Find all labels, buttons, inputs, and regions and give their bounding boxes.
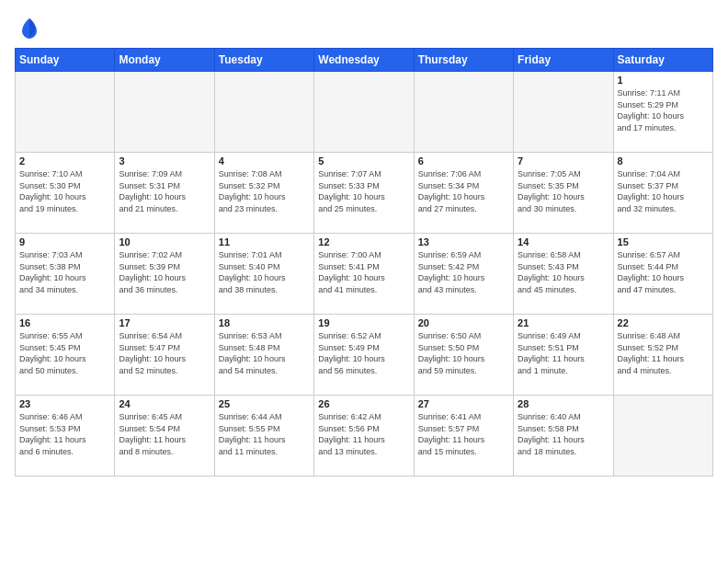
day-info: Sunrise: 7:04 AM Sunset: 5:37 PM Dayligh…: [618, 168, 709, 214]
day-number: 19: [318, 317, 409, 328]
day-number: 5: [318, 155, 409, 167]
day-number: 15: [618, 236, 709, 247]
day-number: 20: [418, 317, 509, 328]
calendar-table: Sunday Monday Tuesday Wednesday Thursday…: [15, 48, 713, 477]
page: Sunday Monday Tuesday Wednesday Thursday…: [0, 0, 728, 563]
day-number: 21: [518, 317, 609, 328]
day-info: Sunrise: 6:46 AM Sunset: 5:53 PM Dayligh…: [19, 411, 110, 457]
calendar-cell: 11Sunrise: 7:01 AM Sunset: 5:40 PM Dayli…: [214, 234, 313, 315]
day-info: Sunrise: 7:07 AM Sunset: 5:33 PM Dayligh…: [318, 168, 409, 214]
calendar-cell: 24Sunrise: 6:45 AM Sunset: 5:54 PM Dayli…: [115, 396, 214, 477]
calendar-cell: [115, 72, 214, 153]
day-info: Sunrise: 6:45 AM Sunset: 5:54 PM Dayligh…: [119, 411, 210, 457]
day-number: 8: [618, 155, 709, 167]
calendar-cell: 14Sunrise: 6:58 AM Sunset: 5:43 PM Dayli…: [514, 234, 613, 315]
day-info: Sunrise: 6:48 AM Sunset: 5:52 PM Dayligh…: [618, 330, 709, 376]
day-info: Sunrise: 7:03 AM Sunset: 5:38 PM Dayligh…: [19, 249, 110, 295]
calendar-cell: 9Sunrise: 7:03 AM Sunset: 5:38 PM Daylig…: [16, 234, 115, 315]
calendar-cell: 6Sunrise: 7:06 AM Sunset: 5:34 PM Daylig…: [414, 153, 513, 234]
calendar-cell: 10Sunrise: 7:02 AM Sunset: 5:39 PM Dayli…: [115, 234, 214, 315]
day-number: 13: [418, 236, 509, 247]
day-number: 23: [19, 398, 110, 409]
day-info: Sunrise: 6:49 AM Sunset: 5:51 PM Dayligh…: [518, 330, 609, 376]
calendar-cell: 21Sunrise: 6:49 AM Sunset: 5:51 PM Dayli…: [514, 315, 613, 396]
calendar-week-1: 2Sunrise: 7:10 AM Sunset: 5:30 PM Daylig…: [16, 153, 713, 234]
calendar-cell: 17Sunrise: 6:54 AM Sunset: 5:47 PM Dayli…: [115, 315, 214, 396]
calendar-cell: 1Sunrise: 7:11 AM Sunset: 5:29 PM Daylig…: [613, 72, 712, 153]
day-info: Sunrise: 6:50 AM Sunset: 5:50 PM Dayligh…: [418, 330, 509, 376]
calendar-cell: 7Sunrise: 7:05 AM Sunset: 5:35 PM Daylig…: [514, 153, 613, 234]
col-wednesday: Wednesday: [314, 49, 414, 72]
day-info: Sunrise: 6:58 AM Sunset: 5:43 PM Dayligh…: [518, 249, 609, 295]
day-info: Sunrise: 6:44 AM Sunset: 5:55 PM Dayligh…: [219, 411, 310, 457]
day-info: Sunrise: 6:59 AM Sunset: 5:42 PM Dayligh…: [418, 249, 509, 295]
day-number: 7: [518, 155, 609, 167]
day-number: 25: [219, 398, 310, 409]
col-friday: Friday: [514, 49, 613, 72]
calendar-cell: 25Sunrise: 6:44 AM Sunset: 5:55 PM Dayli…: [214, 396, 313, 477]
day-info: Sunrise: 7:09 AM Sunset: 5:31 PM Dayligh…: [119, 168, 210, 214]
day-info: Sunrise: 6:57 AM Sunset: 5:44 PM Dayligh…: [618, 249, 709, 295]
day-info: Sunrise: 7:06 AM Sunset: 5:34 PM Dayligh…: [418, 168, 509, 214]
calendar-cell: 13Sunrise: 6:59 AM Sunset: 5:42 PM Dayli…: [414, 234, 513, 315]
day-number: 18: [219, 317, 310, 328]
calendar-cell: 12Sunrise: 7:00 AM Sunset: 5:41 PM Dayli…: [314, 234, 414, 315]
col-thursday: Thursday: [414, 49, 513, 72]
calendar-cell: 8Sunrise: 7:04 AM Sunset: 5:37 PM Daylig…: [613, 153, 712, 234]
calendar-cell: 2Sunrise: 7:10 AM Sunset: 5:30 PM Daylig…: [16, 153, 115, 234]
day-info: Sunrise: 7:01 AM Sunset: 5:40 PM Dayligh…: [219, 249, 310, 295]
day-number: 9: [19, 236, 110, 247]
calendar-cell: [414, 72, 513, 153]
day-number: 28: [518, 398, 609, 409]
day-number: 17: [119, 317, 210, 328]
day-info: Sunrise: 6:42 AM Sunset: 5:56 PM Dayligh…: [318, 411, 409, 457]
day-info: Sunrise: 6:54 AM Sunset: 5:47 PM Dayligh…: [119, 330, 210, 376]
calendar-cell: 22Sunrise: 6:48 AM Sunset: 5:52 PM Dayli…: [613, 315, 712, 396]
day-number: 24: [119, 398, 210, 409]
day-info: Sunrise: 6:55 AM Sunset: 5:45 PM Dayligh…: [19, 330, 110, 376]
calendar-cell: 23Sunrise: 6:46 AM Sunset: 5:53 PM Dayli…: [16, 396, 115, 477]
calendar-week-0: 1Sunrise: 7:11 AM Sunset: 5:29 PM Daylig…: [16, 72, 713, 153]
col-monday: Monday: [115, 49, 214, 72]
day-info: Sunrise: 7:02 AM Sunset: 5:39 PM Dayligh…: [119, 249, 210, 295]
day-number: 22: [618, 317, 709, 328]
calendar-cell: 26Sunrise: 6:42 AM Sunset: 5:56 PM Dayli…: [314, 396, 414, 477]
calendar-header-row: Sunday Monday Tuesday Wednesday Thursday…: [16, 49, 713, 72]
day-info: Sunrise: 6:52 AM Sunset: 5:49 PM Dayligh…: [318, 330, 409, 376]
day-info: Sunrise: 6:41 AM Sunset: 5:57 PM Dayligh…: [418, 411, 509, 457]
calendar-week-2: 9Sunrise: 7:03 AM Sunset: 5:38 PM Daylig…: [16, 234, 713, 315]
day-info: Sunrise: 7:11 AM Sunset: 5:29 PM Dayligh…: [618, 87, 709, 133]
day-number: 1: [618, 75, 709, 86]
calendar-cell: [314, 72, 414, 153]
calendar-cell: 27Sunrise: 6:41 AM Sunset: 5:57 PM Dayli…: [414, 396, 513, 477]
day-number: 10: [119, 236, 210, 247]
calendar-week-3: 16Sunrise: 6:55 AM Sunset: 5:45 PM Dayli…: [16, 315, 713, 396]
day-info: Sunrise: 7:00 AM Sunset: 5:41 PM Dayligh…: [318, 249, 409, 295]
col-tuesday: Tuesday: [214, 49, 313, 72]
day-info: Sunrise: 7:10 AM Sunset: 5:30 PM Dayligh…: [19, 168, 110, 214]
calendar-cell: 16Sunrise: 6:55 AM Sunset: 5:45 PM Dayli…: [16, 315, 115, 396]
calendar-cell: 15Sunrise: 6:57 AM Sunset: 5:44 PM Dayli…: [613, 234, 712, 315]
day-number: 2: [19, 155, 110, 167]
day-number: 27: [418, 398, 509, 409]
calendar-cell: [514, 72, 613, 153]
calendar-cell: 5Sunrise: 7:07 AM Sunset: 5:33 PM Daylig…: [314, 153, 414, 234]
day-number: 16: [19, 317, 110, 328]
day-info: Sunrise: 7:08 AM Sunset: 5:32 PM Dayligh…: [219, 168, 310, 214]
logo: [15, 15, 42, 40]
col-saturday: Saturday: [613, 49, 712, 72]
day-number: 4: [219, 155, 310, 167]
calendar-week-4: 23Sunrise: 6:46 AM Sunset: 5:53 PM Dayli…: [16, 396, 713, 477]
calendar-cell: [214, 72, 313, 153]
calendar-cell: [16, 72, 115, 153]
col-sunday: Sunday: [16, 49, 115, 72]
calendar-cell: 19Sunrise: 6:52 AM Sunset: 5:49 PM Dayli…: [314, 315, 414, 396]
day-number: 14: [518, 236, 609, 247]
calendar-cell: 18Sunrise: 6:53 AM Sunset: 5:48 PM Dayli…: [214, 315, 313, 396]
header: [15, 15, 713, 40]
day-info: Sunrise: 6:53 AM Sunset: 5:48 PM Dayligh…: [219, 330, 310, 376]
day-number: 11: [219, 236, 310, 247]
calendar-cell: 3Sunrise: 7:09 AM Sunset: 5:31 PM Daylig…: [115, 153, 214, 234]
day-number: 3: [119, 155, 210, 167]
calendar-cell: 20Sunrise: 6:50 AM Sunset: 5:50 PM Dayli…: [414, 315, 513, 396]
